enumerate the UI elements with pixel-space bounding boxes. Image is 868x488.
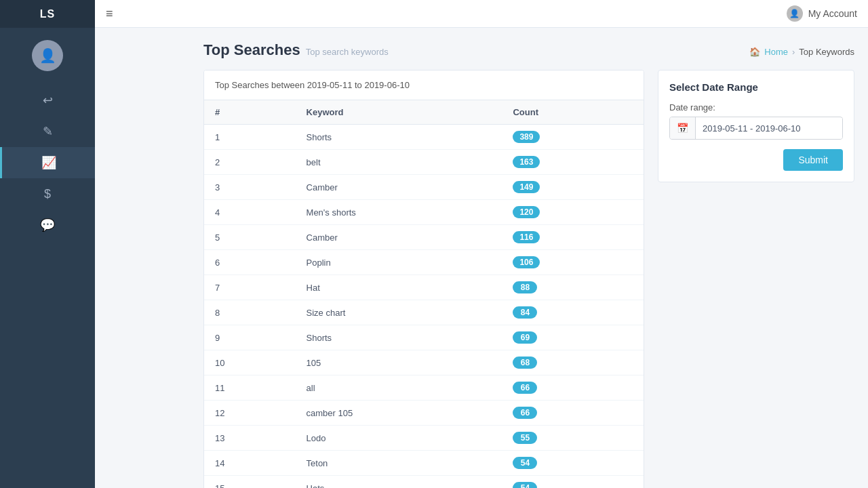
table-row: 7 Hat 88 (204, 275, 644, 300)
cell-num: 2 (204, 150, 296, 175)
sidebar: LS 👤 ↩ ✎ 📈 $ 💬 (0, 0, 95, 488)
table-row: 11 all 66 (204, 375, 644, 401)
cell-num: 1 (204, 125, 296, 150)
table-row: 9 Shorts 69 (204, 325, 644, 350)
cell-num: 9 (204, 325, 296, 350)
sidebar-logo: LS (0, 0, 95, 28)
cell-num: 4 (204, 200, 296, 225)
date-range-input[interactable] (696, 118, 842, 139)
cell-keyword: Lodo (296, 426, 502, 451)
cell-keyword: Camber (296, 225, 502, 250)
breadcrumb: 🏠 Home › Top Keywords (749, 47, 854, 57)
count-badge: 66 (513, 382, 537, 394)
side-panel: Select Date Range Date range: 📅 Submit (658, 70, 854, 488)
date-input-wrapper: 📅 (669, 117, 843, 140)
date-range-card: Select Date Range Date range: 📅 Submit (658, 70, 854, 182)
cell-keyword: Size chart (296, 300, 502, 325)
count-badge: 163 (513, 156, 540, 168)
cell-count: 116 (502, 225, 644, 250)
cell-keyword: Shorts (296, 325, 502, 350)
cell-keyword: Hat (296, 275, 502, 300)
main-content: Top Searches Top search keywords 🏠 Home … (190, 28, 868, 488)
cell-count: 120 (502, 200, 644, 225)
cell-keyword: Hats (296, 476, 502, 489)
sidebar-item-chat[interactable]: 💬 (0, 209, 95, 241)
sidebar-nav: ↩ ✎ 📈 $ 💬 (0, 85, 95, 241)
sidebar-item-undo[interactable]: ↩ (0, 85, 95, 116)
breadcrumb-home-icon: 🏠 (749, 47, 760, 57)
hamburger-icon[interactable]: ≡ (106, 7, 113, 21)
cell-count: 66 (502, 401, 644, 426)
count-badge: 149 (513, 181, 540, 193)
count-badge: 106 (513, 256, 540, 268)
table-row: 1 Shorts 389 (204, 125, 644, 150)
cell-count: 106 (502, 250, 644, 275)
cell-count: 55 (502, 426, 644, 451)
cell-num: 11 (204, 375, 296, 401)
sidebar-item-dollar[interactable]: $ (0, 178, 95, 209)
cell-keyword: Poplin (296, 250, 502, 275)
count-badge: 55 (513, 432, 537, 444)
breadcrumb-home-link[interactable]: Home (764, 47, 788, 57)
submit-button[interactable]: Submit (783, 149, 843, 171)
cell-num: 13 (204, 426, 296, 451)
cell-num: 15 (204, 476, 296, 489)
cell-keyword: all (296, 375, 502, 401)
cell-count: 84 (502, 300, 644, 325)
cell-count: 149 (502, 175, 644, 200)
count-badge: 389 (513, 131, 540, 143)
avatar: 👤 (32, 40, 63, 71)
table-row: 13 Lodo 55 (204, 426, 644, 451)
cell-keyword: Shorts (296, 125, 502, 150)
breadcrumb-current: Top Keywords (799, 47, 854, 57)
count-badge: 68 (513, 357, 537, 369)
page-title-group: Top Searches Top search keywords (203, 41, 389, 59)
searches-table: # Keyword Count 1 Shorts 389 2 belt 163 … (204, 100, 644, 488)
sidebar-item-analytics[interactable]: 📈 (0, 147, 95, 178)
page-subtitle: Top search keywords (306, 47, 389, 57)
cell-keyword: Camber (296, 175, 502, 200)
cell-num: 3 (204, 175, 296, 200)
col-keyword: Keyword (296, 100, 502, 125)
cell-keyword: belt (296, 150, 502, 175)
table-row: 6 Poplin 106 (204, 250, 644, 275)
table-row: 3 Camber 149 (204, 175, 644, 200)
table-row: 4 Men's shorts 120 (204, 200, 644, 225)
sidebar-item-edit[interactable]: ✎ (0, 116, 95, 147)
count-badge: 69 (513, 331, 537, 344)
breadcrumb-separator: › (792, 47, 795, 57)
cell-num: 12 (204, 401, 296, 426)
count-badge: 54 (513, 457, 537, 469)
date-range-title: Select Date Range (669, 81, 843, 93)
cell-count: 68 (502, 350, 644, 375)
cell-num: 6 (204, 250, 296, 275)
cell-num: 8 (204, 300, 296, 325)
table-row: 8 Size chart 84 (204, 300, 644, 325)
count-badge: 120 (513, 206, 540, 218)
cell-keyword: Teton (296, 451, 502, 476)
calendar-icon: 📅 (670, 117, 696, 139)
topbar: ≡ 👤 My Account (95, 0, 868, 28)
count-badge: 88 (513, 281, 537, 293)
cell-keyword: camber 105 (296, 401, 502, 426)
cell-num: 10 (204, 350, 296, 375)
account-menu[interactable]: 👤 My Account (787, 5, 857, 22)
table-row: 12 camber 105 66 (204, 401, 644, 426)
cell-count: 54 (502, 451, 644, 476)
table-row: 10 105 68 (204, 350, 644, 375)
cell-num: 5 (204, 225, 296, 250)
table-row: 15 Hats 54 (204, 476, 644, 489)
account-label: My Account (808, 8, 857, 19)
col-number: # (204, 100, 296, 125)
table-row: 5 Camber 116 (204, 225, 644, 250)
count-badge: 84 (513, 306, 537, 319)
count-badge: 116 (513, 231, 540, 243)
cell-count: 389 (502, 125, 644, 150)
table-row: 14 Teton 54 (204, 451, 644, 476)
col-count: Count (502, 100, 644, 125)
cell-count: 88 (502, 275, 644, 300)
cell-count: 66 (502, 375, 644, 401)
page-title: Top Searches (203, 41, 300, 59)
cell-keyword: 105 (296, 350, 502, 375)
count-badge: 66 (513, 407, 537, 419)
